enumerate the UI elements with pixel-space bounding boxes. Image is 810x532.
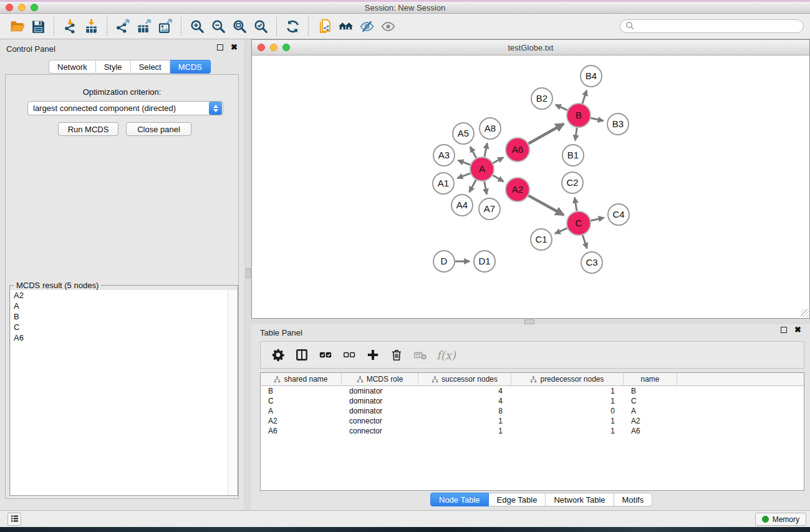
save-session-button[interactable] [27,16,49,37]
search-input[interactable] [637,22,798,31]
cell-predecessor-nodes[interactable]: 0 [511,407,624,415]
zoom-selected-button[interactable] [250,16,271,37]
cell-name[interactable]: C [624,397,677,405]
cell-predecessor-nodes[interactable]: 1 [511,417,624,425]
graph-node-A2[interactable]: A2 [506,178,529,201]
graph-node-A7[interactable]: A7 [479,198,500,220]
tab-network-table[interactable]: Network Table [546,493,614,506]
cell-successor-nodes[interactable]: 8 [418,407,511,415]
tab-node-table[interactable]: Node Table [430,493,489,506]
graph-node-A4[interactable]: A4 [451,195,473,216]
cell-name[interactable]: A [624,407,677,415]
edge-A-A2[interactable] [493,175,503,181]
tab-network[interactable]: Network [49,60,96,74]
import-network-button[interactable] [59,16,80,37]
horizontal-split-divider[interactable] [524,319,534,324]
delete-column-button[interactable] [387,345,407,365]
column-header-MCDS-role[interactable]: MCDS role [342,373,418,385]
edge-A-A7[interactable] [485,181,487,195]
edge-A6-B[interactable] [528,123,564,143]
table-settings-gear-button[interactable] [268,345,288,365]
tab-select[interactable]: Select [131,60,170,74]
zoom-in-button[interactable] [186,16,208,37]
import-table-button[interactable] [80,16,102,37]
column-header-name[interactable]: name [624,373,677,385]
zoom-window-button[interactable] [31,4,38,11]
mcds-list-scrollbar[interactable] [228,290,237,495]
show-all-button[interactable] [377,16,398,37]
graph-node-B1[interactable]: B1 [562,145,584,166]
cell-successor-nodes[interactable]: 4 [418,397,511,405]
graph-node-C4[interactable]: C4 [608,204,629,225]
graph-node-B[interactable]: B [567,104,591,127]
cell-shared-name[interactable]: B [261,387,342,395]
open-file-button[interactable] [6,16,27,37]
window-resize-grip[interactable] [801,309,809,317]
cell-MCDS-role[interactable]: dominator [342,397,418,405]
tab-mcds[interactable]: MCDS [170,60,211,74]
network-window-titlebar[interactable]: testGlobe.txt [252,40,809,56]
export-network-button[interactable] [112,16,133,37]
graph-node-A[interactable]: A [470,157,494,181]
function-builder-button[interactable]: f(x) [434,349,456,362]
float-table-panel-icon[interactable] [781,327,787,333]
column-header-shared-name[interactable]: shared name [261,373,342,385]
export-table-button[interactable] [133,16,155,37]
table-row[interactable]: A6connector11A6 [261,426,804,436]
table-row[interactable]: Cdominator41C [261,396,804,406]
new-network-from-selection-button[interactable] [314,16,335,37]
criterion-dropdown[interactable]: largest connected component (directed) [27,101,223,115]
edge-A-A3[interactable] [458,160,471,165]
minimize-window-button[interactable] [18,4,26,11]
first-neighbors-button[interactable] [335,16,356,37]
mcds-result-item[interactable]: A6 [11,332,228,343]
edge-C-C3[interactable] [582,235,587,248]
tab-motifs[interactable]: Motifs [614,493,653,506]
add-column-button[interactable] [363,345,383,365]
cell-name[interactable]: A2 [624,417,677,425]
table-row[interactable]: Adominator80A [261,406,804,416]
cell-predecessor-nodes[interactable]: 1 [511,387,624,395]
edge-C-C1[interactable] [555,228,567,234]
cell-shared-name[interactable]: A [261,407,342,415]
hide-selected-button[interactable] [356,16,377,37]
tab-style[interactable]: Style [96,60,131,74]
mcds-result-item[interactable]: A [11,301,228,311]
run-mcds-button[interactable]: Run MCDS [58,122,118,136]
edge-A-A1[interactable] [458,173,471,178]
mcds-result-item[interactable]: A2 [11,290,228,301]
cell-shared-name[interactable]: C [261,397,342,405]
graph-node-D[interactable]: D [433,251,455,272]
edge-A-A4[interactable] [470,180,476,192]
zoom-out-button[interactable] [208,16,229,37]
cell-MCDS-role[interactable]: connector [342,427,418,435]
deselect-all-rows-button[interactable] [339,345,359,365]
memory-button[interactable]: Memory [755,513,806,526]
graph-node-C3[interactable]: C3 [581,252,602,273]
edge-A-A6[interactable] [493,157,504,163]
mcds-result-item[interactable]: B [11,311,228,322]
close-window-button[interactable] [6,4,13,11]
graph-node-B3[interactable]: B3 [607,114,629,135]
table-row[interactable]: Bdominator41B [261,386,804,396]
graph-node-C1[interactable]: C1 [531,229,552,250]
graph-node-B4[interactable]: B4 [581,65,602,87]
cell-successor-nodes[interactable]: 4 [418,387,511,395]
edge-B-B4[interactable] [582,90,587,104]
refresh-layout-button[interactable] [282,16,303,37]
vertical-split-divider[interactable] [246,268,251,278]
graph-node-C[interactable]: C [567,211,591,235]
column-visibility-button[interactable] [292,345,312,365]
cell-shared-name[interactable]: A2 [261,417,342,425]
graph-node-A5[interactable]: A5 [453,123,474,144]
column-header-successor-nodes[interactable]: successor nodes [418,373,511,385]
edge-A-A8[interactable] [485,143,487,157]
select-all-rows-button[interactable] [316,345,335,365]
close-panel-button[interactable]: Close panel [126,122,191,136]
network-graph-canvas[interactable]: AA1A2A3A4A5A6A7A8BB1B2B3B4CC1C2C3C4DD1 [253,56,809,318]
task-history-button[interactable] [7,513,21,526]
edge-C-C2[interactable] [575,198,577,211]
cell-predecessor-nodes[interactable]: 1 [511,397,624,405]
mcds-result-item[interactable]: C [11,322,228,332]
zoom-fit-button[interactable] [229,16,250,37]
